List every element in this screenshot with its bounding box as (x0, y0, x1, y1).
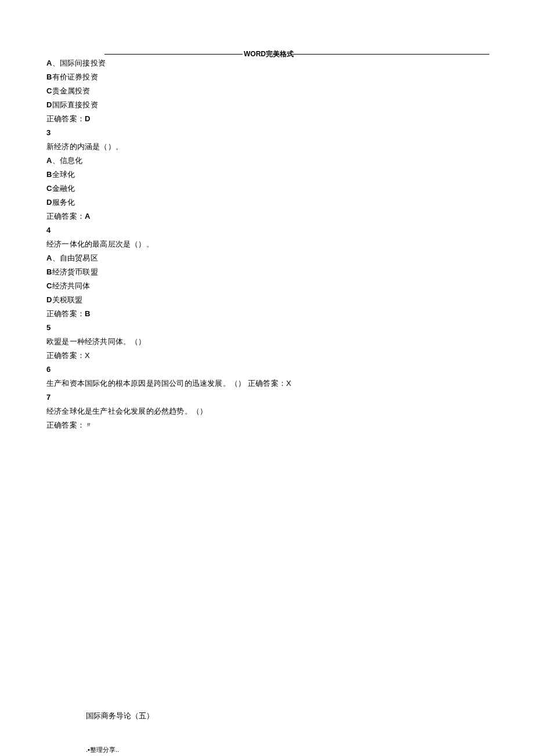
question-text: 新经济的内涵是（）。 (46, 140, 488, 154)
question-number: 6 (46, 363, 488, 377)
header-rule-right (290, 54, 489, 55)
section-heading: 国际商务导论（五） (86, 711, 154, 721)
option-line: D服务化 (46, 196, 488, 209)
option-letter: B (46, 267, 52, 276)
option-letter: C (46, 281, 52, 290)
document-page: WORD完美格式 A、国际间接投资 B有价证券投资 C贵金属投资 D国际直接投资… (0, 0, 534, 756)
header-rule-left (104, 54, 243, 55)
page-footer: .•整理分享.. (86, 746, 119, 754)
question-text: 欧盟是一种经济共同体。（） (46, 335, 488, 349)
answer-line: 正确答案：X (46, 349, 488, 363)
question-text: 经济一体化的最高层次是（）。 (46, 237, 488, 251)
answer-line: 正确答案：〃 (46, 418, 488, 432)
option-text: 有价证券投资 (52, 73, 98, 81)
answer-value: X (85, 351, 90, 360)
question-number: 7 (46, 390, 488, 404)
option-text: 关税联盟 (52, 295, 83, 304)
question-number: 5 (46, 321, 488, 335)
option-letter: A (46, 156, 52, 165)
option-letter: D (46, 198, 52, 207)
question-text-inline-answer: 生产和资本国际化的根本原因是跨国公司的迅速发展。（） 正确答案：X (46, 377, 488, 390)
answer-line: 正确答案：D (46, 112, 488, 126)
question-number: 4 (46, 223, 488, 237)
option-text: 经济货币联盟 (52, 267, 98, 276)
option-line: B经济货币联盟 (46, 265, 488, 279)
option-line: C贵金属投资 (46, 84, 488, 98)
answer-value: A (85, 212, 91, 220)
option-line: C金融化 (46, 182, 488, 196)
option-line: B有价证券投资 (46, 70, 488, 84)
option-text: 金融化 (52, 184, 75, 193)
option-text: 全球化 (52, 170, 75, 179)
option-letter: C (46, 184, 52, 193)
answer-value: B (85, 309, 91, 318)
header-title: WORD完美格式 (244, 49, 294, 59)
answer-line: 正确答案：B (46, 307, 488, 321)
option-letter: D (46, 100, 52, 109)
option-letter: B (46, 170, 52, 179)
option-text: 、信息化 (52, 156, 83, 165)
option-letter: A (46, 59, 52, 67)
option-letter: B (46, 73, 52, 81)
option-line: A、自由贸易区 (46, 251, 488, 265)
option-letter: A (46, 254, 52, 262)
answer-prefix: 正确答案： (46, 309, 85, 318)
option-text: 服务化 (52, 198, 75, 207)
question-text: 经济全球化是生产社会化发展的必然趋势。（） (46, 404, 488, 418)
answer-prefix: 正确答案： (46, 212, 85, 220)
question-text: 生产和资本国际化的根本原因是跨国公司的迅速发展。（） 正确答案： (46, 379, 286, 388)
option-text: 、国际间接投资 (52, 59, 106, 67)
option-text: 经济共同体 (52, 281, 91, 290)
option-line: B全球化 (46, 168, 488, 182)
answer-line: 正确答案：A (46, 209, 488, 223)
question-number: 3 (46, 126, 488, 140)
option-text: 贵金属投资 (52, 86, 91, 95)
option-line: C经济共同体 (46, 279, 488, 293)
option-line: D关税联盟 (46, 293, 488, 307)
option-line: D国际直接投资 (46, 98, 488, 112)
option-line: A、信息化 (46, 154, 488, 168)
answer-prefix: 正确答案： (46, 114, 85, 123)
page-header: WORD完美格式 (0, 0, 534, 56)
document-body: A、国际间接投资 B有价证券投资 C贵金属投资 D国际直接投资 正确答案：D 3… (0, 56, 534, 432)
option-letter: C (46, 86, 52, 95)
answer-value: D (85, 114, 91, 123)
option-text: 、自由贸易区 (52, 254, 98, 262)
option-text: 国际直接投资 (52, 100, 98, 109)
answer-value: X (286, 379, 291, 388)
option-letter: D (46, 295, 52, 304)
answer-prefix: 正确答案： (46, 351, 85, 360)
